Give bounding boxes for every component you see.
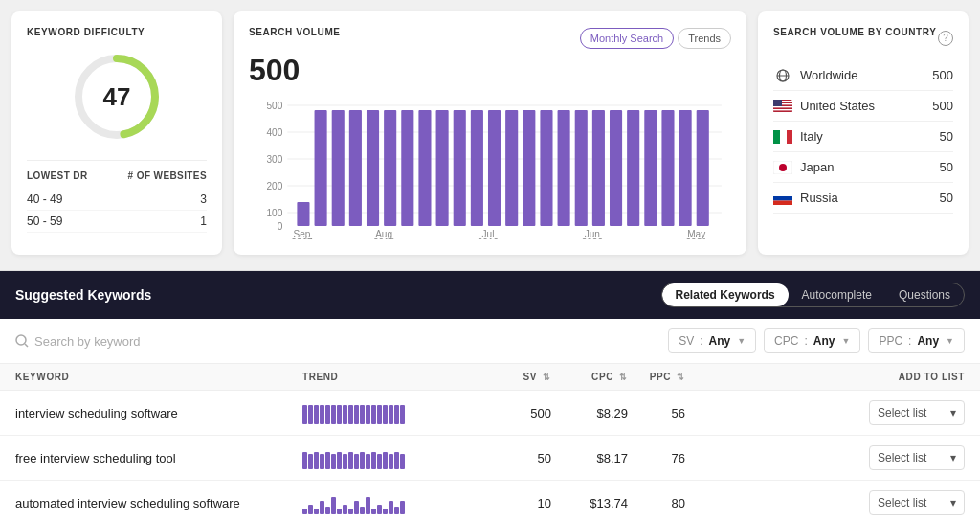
trend-bar bbox=[320, 501, 324, 514]
trend-bar bbox=[325, 452, 330, 469]
kd-table: LOWEST DR # OF WEBSITES 40 - 49 3 50 - 5… bbox=[27, 160, 207, 233]
svg-rect-67 bbox=[791, 200, 792, 205]
svg-rect-15 bbox=[332, 110, 345, 226]
ppc-cell-3: 80 bbox=[628, 496, 685, 510]
trend-bar bbox=[371, 452, 376, 469]
svg-rect-26 bbox=[523, 110, 535, 226]
svg-rect-56 bbox=[773, 100, 782, 106]
sv-cell-3: 10 bbox=[475, 496, 551, 510]
trend-bar bbox=[383, 509, 388, 514]
trend-bar bbox=[366, 454, 370, 469]
ppc-cell-2: 76 bbox=[628, 451, 685, 465]
search-box: Search by keyword bbox=[15, 334, 657, 349]
ppc-dropdown-icon: ▼ bbox=[946, 336, 954, 346]
trend-bar bbox=[400, 405, 405, 424]
trend-bar bbox=[400, 501, 405, 514]
tab-related-keywords[interactable]: Related Keywords bbox=[662, 283, 789, 306]
trend-bars-1 bbox=[302, 401, 475, 424]
country-count-worldwide: 500 bbox=[932, 68, 953, 82]
trend-bars-2 bbox=[302, 446, 475, 469]
trend-bar bbox=[325, 405, 330, 424]
table-header: KEYWORD TREND SV ⇅ CPC ⇅ PPC ⇅ ADD TO LI… bbox=[0, 364, 980, 391]
tab-questions[interactable]: Questions bbox=[885, 283, 964, 306]
sv-filter-label: SV bbox=[679, 334, 694, 348]
svg-text:2020: 2020 bbox=[582, 237, 604, 239]
bar-chart: 500 400 300 200 100 0 bbox=[249, 96, 731, 239]
ppc-filter[interactable]: PPC : Any ▼ bbox=[868, 328, 965, 353]
gauge-number: 47 bbox=[103, 82, 131, 112]
trend-bar bbox=[331, 405, 336, 424]
col-header-keyword: KEYWORD bbox=[15, 372, 302, 382]
sv-dropdown-icon: ▼ bbox=[737, 336, 746, 346]
trend-bar bbox=[360, 452, 365, 469]
trend-bar bbox=[302, 405, 307, 424]
trend-bar bbox=[400, 454, 405, 469]
keyword-difficulty-title: KEYWORD DIFFICULTY bbox=[27, 27, 207, 37]
trend-bar bbox=[348, 509, 353, 514]
svg-text:200: 200 bbox=[266, 181, 282, 192]
filter-dropdowns: SV : Any ▼ CPC : Any ▼ PPC : Any ▼ bbox=[668, 328, 965, 353]
ppc-filter-value: Any bbox=[917, 334, 939, 348]
svg-rect-35 bbox=[679, 110, 692, 226]
search-placeholder[interactable]: Search by keyword bbox=[34, 334, 141, 349]
trend-bar bbox=[383, 405, 388, 424]
keyword-cell-2: free interview scheduling tool bbox=[15, 451, 302, 465]
svg-rect-55 bbox=[773, 112, 792, 113]
tab-monthly-search[interactable]: Monthly Search bbox=[580, 28, 674, 49]
svg-rect-53 bbox=[773, 106, 792, 107]
select-list-2[interactable]: Select list ▾ bbox=[869, 445, 965, 470]
trend-bar bbox=[394, 405, 399, 424]
cpc-filter-label: CPC bbox=[774, 334, 798, 348]
svg-point-63 bbox=[779, 164, 787, 171]
bottom-section: Suggested Keywords Related Keywords Auto… bbox=[0, 270, 980, 520]
help-icon[interactable]: ? bbox=[938, 31, 953, 46]
svg-rect-22 bbox=[454, 110, 466, 226]
keyword-cell-1: interview scheduling software bbox=[15, 406, 302, 420]
addlist-cell-2: Select list ▾ bbox=[685, 445, 965, 470]
svg-text:100: 100 bbox=[266, 208, 282, 218]
trend-bar bbox=[371, 405, 376, 424]
svg-rect-24 bbox=[488, 110, 501, 226]
gauge-container: 47 bbox=[27, 49, 207, 145]
trend-bar bbox=[343, 454, 347, 469]
svg-rect-31 bbox=[610, 110, 622, 226]
country-card: SEARCH VOLUME BY COUNTRY ? Worldwide 500 bbox=[758, 11, 969, 255]
sv-filter[interactable]: SV : Any ▼ bbox=[668, 328, 756, 353]
svg-rect-30 bbox=[592, 110, 605, 226]
svg-rect-29 bbox=[575, 110, 588, 226]
tab-group: Related Keywords Autocomplete Questions bbox=[661, 283, 965, 307]
kd-table-header: LOWEST DR # OF WEBSITES bbox=[27, 170, 207, 181]
svg-rect-17 bbox=[367, 110, 379, 226]
select-list-3[interactable]: Select list ▾ bbox=[869, 490, 965, 515]
trend-bar bbox=[314, 452, 319, 469]
select-list-1[interactable]: Select list ▾ bbox=[869, 400, 965, 425]
svg-rect-20 bbox=[418, 110, 431, 226]
col-header-ppc[interactable]: PPC ⇅ bbox=[628, 372, 685, 382]
col-header-trend: TREND bbox=[302, 372, 475, 382]
addlist-cell-3: Select list ▾ bbox=[685, 490, 965, 515]
flag-jp-icon bbox=[773, 161, 792, 174]
trend-bar bbox=[337, 405, 342, 424]
trend-bar bbox=[377, 405, 382, 424]
col-header-cpc[interactable]: CPC ⇅ bbox=[551, 372, 628, 382]
cpc-filter[interactable]: CPC : Any ▼ bbox=[764, 328, 860, 353]
trend-bar bbox=[314, 509, 319, 514]
col-header-sv[interactable]: SV ⇅ bbox=[475, 372, 551, 382]
svg-rect-61 bbox=[791, 130, 792, 144]
country-card-title: SEARCH VOLUME BY COUNTRY bbox=[773, 27, 937, 37]
trend-bar bbox=[308, 454, 313, 469]
trend-bar bbox=[383, 452, 388, 469]
svg-rect-32 bbox=[627, 110, 639, 226]
sv-filter-value: Any bbox=[709, 334, 731, 348]
kd-row-1: 40 - 49 3 bbox=[27, 189, 207, 211]
trend-cell-3 bbox=[302, 491, 475, 514]
svg-line-69 bbox=[25, 344, 28, 347]
trend-bar bbox=[371, 509, 376, 514]
tab-autocomplete[interactable]: Autocomplete bbox=[789, 283, 885, 306]
trend-bar bbox=[337, 509, 342, 514]
flag-it-icon bbox=[773, 130, 792, 144]
country-row-us: United States 500 bbox=[773, 91, 953, 122]
bottom-header: Suggested Keywords Related Keywords Auto… bbox=[0, 271, 980, 319]
svg-rect-27 bbox=[540, 110, 552, 226]
tab-trends[interactable]: Trends bbox=[678, 28, 731, 49]
